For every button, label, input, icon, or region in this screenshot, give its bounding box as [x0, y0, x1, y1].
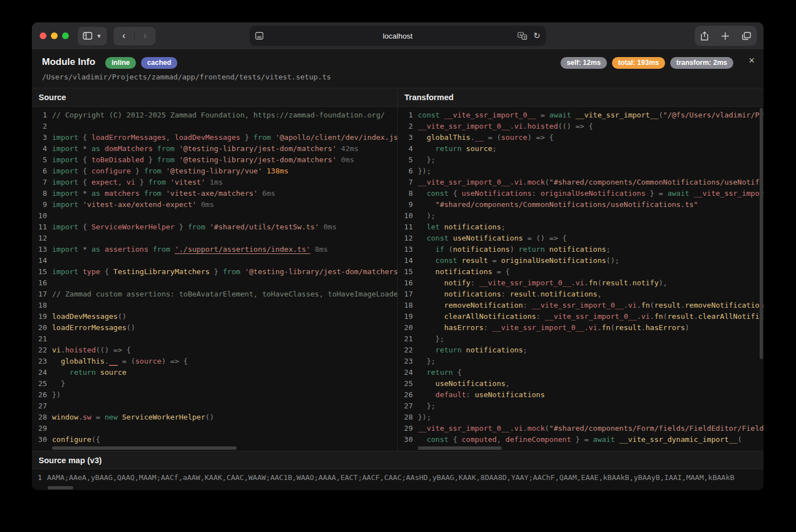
horizontal-scrollbar[interactable]: [418, 446, 502, 450]
code-token: result: [667, 312, 694, 321]
code-token: source: [100, 368, 126, 376]
line-number: 16: [398, 277, 413, 289]
chevron-down-icon: ▼: [96, 33, 102, 39]
code-token: notifications: [444, 290, 501, 298]
code-token: __: [109, 357, 118, 365]
minimize-window-button[interactable]: [51, 32, 58, 39]
import-link[interactable]: './support/assertions/index.ts': [175, 245, 310, 253]
back-button[interactable]: ‹: [114, 27, 134, 45]
zoom-window-button[interactable]: [62, 32, 69, 39]
code-token: [418, 144, 435, 153]
reload-icon[interactable]: ↻: [533, 31, 540, 41]
code-token: vi: [576, 279, 585, 287]
code-line: 11 let notifications;: [398, 222, 764, 233]
code-token: "#shared/components/Form/fields/FieldEdi…: [549, 424, 764, 432]
code-token: .: [536, 290, 540, 298]
code-token: result: [510, 290, 536, 298]
sourcemap-code-area: 1 AAMA;AAeA,yBAAG,QAAQ,MAAM;AACf,aAAW,KA…: [32, 469, 764, 490]
code-token: {: [453, 435, 462, 444]
line-number: 12: [32, 233, 47, 244]
code-line: 14 const result = originalUseNotificatio…: [398, 255, 764, 266]
code-line: 7__vite_ssr_import_0__.vi.mock("#shared/…: [398, 177, 764, 188]
close-window-button[interactable]: [40, 32, 46, 39]
code-token: }: [210, 267, 223, 276]
code-token: :: [483, 323, 492, 332]
code-token: "#shared/components/CommonNotifications/…: [435, 200, 698, 209]
line-number: 25: [32, 378, 47, 389]
code-token: {: [457, 368, 461, 376]
code-token: import: [52, 156, 78, 164]
code-token: .: [571, 279, 576, 287]
code-token: result: [461, 256, 488, 265]
code-token: [418, 279, 444, 287]
code-line: 26 default: useNotifications: [398, 389, 764, 401]
code-token: 'vitest': [170, 178, 209, 186]
code-token: {: [78, 133, 91, 142]
code-token: = () => {: [523, 234, 567, 242]
code-token: defineComponent: [506, 435, 571, 444]
code-token: .: [470, 133, 475, 142]
code-line: 6import { configure } from '@testing-lib…: [32, 166, 397, 177]
code-token: default: [435, 390, 466, 399]
code-token: ) => {: [162, 357, 188, 365]
code-token: return: [435, 346, 466, 354]
code-token: import: [52, 245, 83, 253]
code-token: =: [91, 413, 104, 421]
address-bar[interactable]: localhost A文 ↻: [249, 26, 546, 46]
code-token: vi: [514, 122, 523, 130]
code-token: vi: [52, 346, 61, 354]
code-token: *: [83, 189, 92, 197]
forward-button[interactable]: ›: [135, 27, 156, 45]
module-info-header: Module Info inlinecached self: 12mstotal…: [32, 49, 764, 88]
code-token: [418, 245, 435, 253]
code-token: ;: [523, 346, 527, 354]
code-token: import: [52, 267, 83, 276]
code-token: {: [78, 178, 91, 186]
tab-overview-icon[interactable]: [742, 32, 751, 40]
code-line: 28window.sw = new ServiceWorkerHelper(): [32, 412, 397, 423]
code-token: :: [466, 390, 475, 399]
code-line: 27 };: [398, 401, 764, 412]
code-token: ,: [117, 178, 126, 186]
line-number: 3: [32, 132, 47, 143]
code-token: [418, 368, 427, 376]
code-token: ,: [506, 379, 510, 388]
translate-icon[interactable]: A文: [517, 32, 527, 40]
close-icon[interactable]: ×: [748, 55, 755, 65]
code-line: 17// Zammad custom assertions: toBeAvata…: [32, 289, 397, 300]
code-token: from: [223, 267, 244, 276]
sidebar-toggle-button[interactable]: ▼: [78, 27, 107, 45]
code-token: mock: [527, 424, 545, 432]
code-token: [418, 189, 427, 197]
code-token: useNotifications: [461, 189, 531, 197]
code-token: 'vitest-axe/matchers': [166, 189, 262, 197]
line-number: 11: [398, 222, 413, 233]
code-token: {: [100, 267, 113, 276]
timing-metrics: self: 12mstotal: 193mstransform: 2ms: [561, 57, 733, 69]
code-token: from: [253, 133, 275, 142]
code-token: = (: [483, 133, 501, 142]
code-token: [418, 200, 435, 209]
line-number: 6: [398, 166, 413, 177]
module-badges: inlinecached: [100, 57, 177, 67]
code-token: (): [117, 312, 126, 321]
code-token: source: [466, 144, 492, 153]
code-token: 0ms: [341, 156, 354, 164]
module-path: /Users/vladimir/Projects/zammad/app/fron…: [42, 73, 753, 81]
vertical-scrollbar[interactable]: [760, 108, 763, 359]
line-number: 24: [32, 367, 47, 378]
share-icon[interactable]: [700, 31, 709, 41]
code-token: notifications: [540, 290, 597, 298]
code-line: 9 "#shared/components/CommonNotification…: [398, 199, 764, 210]
sidebar-icon: [83, 32, 92, 40]
new-tab-icon[interactable]: [721, 32, 729, 40]
code-token: } =: [571, 435, 593, 444]
horizontal-scrollbar[interactable]: [52, 446, 237, 450]
code-token: __vite_ssr_import_0__: [479, 279, 571, 287]
code-token: clearAllNotifications: [698, 312, 764, 321]
code-token: .: [650, 312, 654, 321]
code-panels: Source 1// Copyright (C) 2012-2025 Zamma…: [32, 88, 764, 451]
code-token: if: [435, 245, 448, 253]
horizontal-scrollbar[interactable]: [48, 486, 73, 489]
code-token: [52, 368, 69, 376]
